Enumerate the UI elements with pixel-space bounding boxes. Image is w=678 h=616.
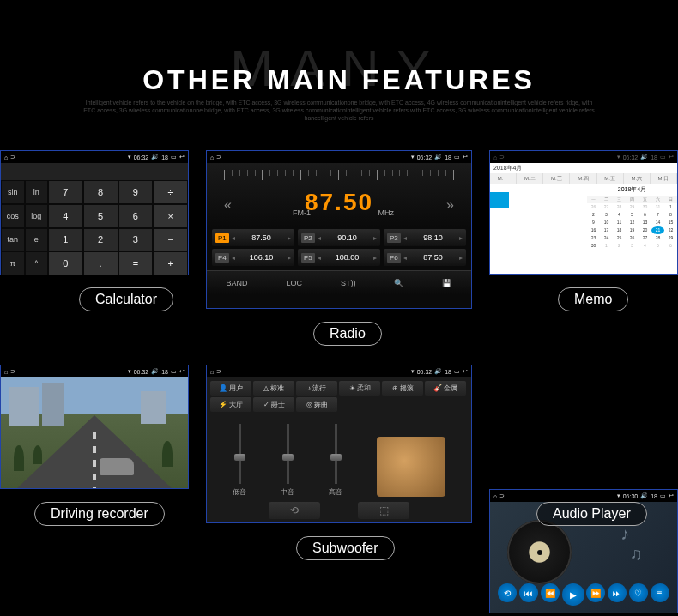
calc-key[interactable]: 2 (83, 228, 118, 252)
cal-day[interactable]: 31 (651, 203, 664, 211)
memo-calendar[interactable]: 2018年4月 一二三四五六日2627282930311234567891011… (587, 184, 677, 286)
calc-key[interactable]: 8 (83, 180, 118, 204)
audio-repeat-button[interactable]: ⟲ (498, 583, 517, 602)
calc-key[interactable]: ÷ (153, 180, 188, 204)
cal-day[interactable]: 2 (613, 242, 626, 250)
eq-preset-大厅[interactable]: ⚡大厅 (210, 397, 251, 412)
cal-day[interactable]: 9 (587, 219, 600, 226)
cal-day[interactable]: 28 (613, 203, 626, 211)
audio-rewind-button[interactable]: ⏪ (541, 583, 560, 602)
radio-bottom-btn[interactable]: ST)) (341, 279, 356, 287)
radio-bottom-btn[interactable]: 💾 (442, 279, 451, 287)
cal-day[interactable]: 20 (639, 226, 651, 234)
calc-key[interactable]: + (153, 251, 188, 275)
cal-day[interactable]: 10 (600, 219, 613, 226)
sub-btn-right[interactable]: ⬚ (358, 502, 409, 519)
memo-tab[interactable]: M.日 (651, 173, 677, 184)
cal-day[interactable]: 8 (664, 211, 677, 219)
back-icon[interactable]: ⊃ (499, 154, 505, 160)
cal-day[interactable]: 17 (600, 226, 613, 234)
cal-day[interactable]: 6 (664, 242, 677, 250)
radio-bottom-btn[interactable]: BAND (226, 279, 247, 287)
radio-preset-P6[interactable]: P6◂87.50▸ (384, 249, 466, 266)
calc-key-e[interactable]: e (25, 228, 49, 252)
cal-day[interactable]: 30 (587, 242, 600, 250)
cal-day[interactable]: 22 (664, 226, 677, 234)
home-icon[interactable]: ⌂ (4, 369, 8, 375)
cal-day[interactable]: 29 (626, 203, 639, 211)
eq-slider-低音[interactable]: 低音 (233, 424, 246, 497)
calc-key-log[interactable]: log (25, 204, 49, 228)
cal-day[interactable]: 14 (651, 219, 664, 226)
cal-day[interactable]: 19 (626, 226, 639, 234)
calc-key[interactable]: 1 (48, 228, 83, 252)
eq-preset-舞曲[interactable]: ◎舞曲 (296, 397, 337, 412)
memo-tab[interactable]: M.三 (543, 173, 570, 184)
calc-key-^[interactable]: ^ (25, 251, 49, 275)
cal-day[interactable]: 16 (587, 226, 600, 234)
audio-favorite-button[interactable]: ♡ (629, 583, 648, 602)
cal-day[interactable]: 27 (600, 203, 613, 211)
sub-btn-left[interactable]: ⟲ (269, 502, 320, 519)
audio-playlist-button[interactable]: ≡ (651, 583, 669, 602)
home-icon[interactable]: ⌂ (4, 154, 8, 160)
cal-day[interactable]: 12 (626, 219, 639, 226)
eq-preset-摇滚[interactable]: ⊕摇滚 (382, 381, 423, 396)
eq-preset-用户[interactable]: 👤用户 (210, 381, 251, 396)
calc-key[interactable]: . (83, 251, 118, 275)
cal-day[interactable]: 2 (587, 211, 600, 219)
calc-key-cos[interactable]: cos (1, 204, 25, 228)
cal-day[interactable]: 3 (626, 242, 639, 250)
cal-day[interactable]: 18 (613, 226, 626, 234)
cal-day[interactable]: 30 (639, 203, 651, 211)
radio-bottom-btn[interactable]: 🔍 (394, 279, 403, 287)
audio-prev-button[interactable]: ⏮ (519, 583, 538, 602)
memo-timeline[interactable] (490, 184, 587, 286)
radio-preset-P4[interactable]: P4◂106.10▸ (212, 249, 294, 266)
memo-tab[interactable]: M.一 (490, 173, 517, 184)
cal-day[interactable]: 26 (626, 234, 639, 242)
eq-slider-中音[interactable]: 中音 (281, 424, 294, 497)
back-icon[interactable]: ⊃ (10, 154, 15, 160)
calc-key[interactable]: 4 (48, 204, 83, 228)
radio-preset-P5[interactable]: P5◂108.00▸ (298, 249, 380, 266)
back-icon[interactable]: ⊃ (216, 154, 221, 160)
cal-day[interactable]: 4 (613, 211, 626, 219)
calc-key[interactable]: 3 (118, 228, 154, 252)
cal-day[interactable]: 15 (664, 219, 677, 226)
calc-key[interactable]: − (153, 228, 188, 252)
cal-day[interactable]: 24 (600, 234, 613, 242)
calc-key-π[interactable]: π (1, 251, 25, 275)
cal-day[interactable]: 11 (613, 219, 626, 226)
cal-day[interactable]: 1 (600, 242, 613, 250)
cal-day[interactable]: 6 (639, 211, 651, 219)
calc-key[interactable]: 9 (118, 180, 154, 204)
cal-day[interactable]: 23 (587, 234, 600, 242)
cal-day[interactable]: 1 (664, 203, 677, 211)
memo-tab[interactable]: M.五 (597, 173, 624, 184)
home-icon[interactable]: ⌂ (493, 493, 497, 499)
cal-day[interactable]: 5 (626, 211, 639, 219)
eq-slider-高音[interactable]: 高音 (329, 424, 342, 497)
memo-tab[interactable]: M.四 (570, 173, 596, 184)
cal-day[interactable]: 29 (664, 234, 677, 242)
cal-day[interactable]: 28 (651, 234, 664, 242)
calc-key[interactable]: 7 (48, 180, 83, 204)
memo-tab[interactable]: M.二 (517, 173, 543, 184)
eq-preset-标准[interactable]: △标准 (253, 381, 294, 396)
home-icon[interactable]: ⌂ (210, 369, 214, 375)
calc-key-tan[interactable]: tan (1, 228, 25, 252)
back-icon[interactable]: ⊃ (10, 368, 15, 375)
eq-preset-金属[interactable]: 🎸金属 (425, 381, 466, 396)
back-icon[interactable]: ⊃ (499, 492, 505, 499)
cal-day[interactable]: 5 (651, 242, 664, 250)
cal-day[interactable]: 13 (639, 219, 651, 226)
audio-forward-button[interactable]: ⏩ (586, 583, 605, 602)
home-icon[interactable]: ⌂ (493, 154, 497, 160)
calc-key-sin[interactable]: sin (1, 180, 25, 204)
cal-day[interactable]: 3 (600, 211, 613, 219)
cal-day[interactable]: 27 (639, 234, 651, 242)
cal-day[interactable]: 25 (613, 234, 626, 242)
cal-day[interactable]: 4 (639, 242, 651, 250)
calc-key[interactable]: 6 (118, 204, 154, 228)
